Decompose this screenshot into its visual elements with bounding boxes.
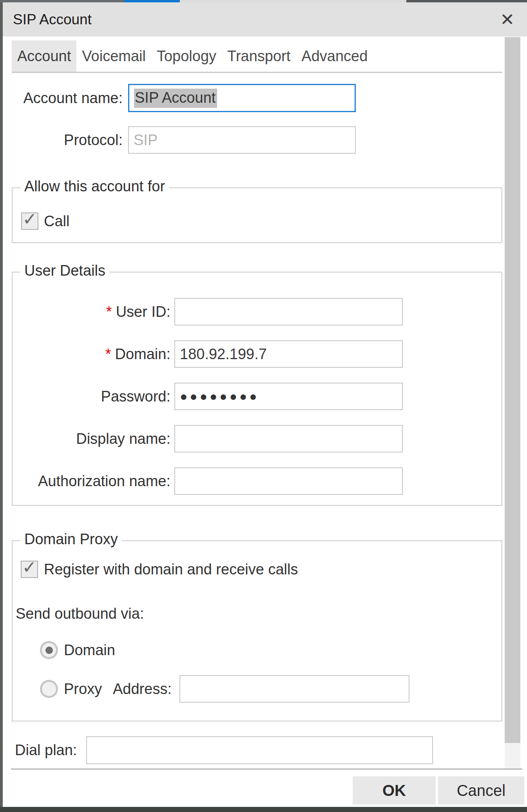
- domain-input[interactable]: 180.92.199.7: [174, 340, 403, 368]
- dial-plan-input[interactable]: [86, 736, 433, 764]
- tab-strip: Account Voicemail Topology Transport Adv…: [12, 40, 502, 73]
- radio-proxy[interactable]: [40, 680, 58, 698]
- register-checkbox-label: Register with domain and receive calls: [44, 561, 298, 578]
- protocol-input: SIP: [128, 126, 356, 154]
- close-icon[interactable]: ✕: [500, 2, 514, 36]
- sip-account-dialog: SIP Account ✕ Account Voicemail Topology…: [0, 0, 527, 812]
- allow-groupbox: Allow this account for: [12, 187, 502, 243]
- protocol-value: SIP: [134, 132, 158, 149]
- user-details-legend: User Details: [20, 262, 109, 279]
- account-name-selected-text: SIP Account: [134, 89, 217, 108]
- left-window-edge: [0, 2, 3, 807]
- send-outbound-label: Send outbound via:: [16, 605, 144, 623]
- radio-domain-label: Domain: [64, 641, 115, 659]
- tab-account[interactable]: Account: [12, 40, 76, 72]
- required-asterisk: *: [105, 346, 111, 363]
- radio-proxy-label: Proxy: [64, 680, 102, 698]
- required-asterisk: *: [106, 303, 112, 320]
- account-name-input[interactable]: SIP Account: [128, 84, 356, 112]
- password-masked-value: ●●●●●●●●: [180, 389, 259, 404]
- allow-groupbox-legend: Allow this account for: [20, 178, 169, 195]
- dial-plan-label: Dial plan:: [15, 736, 77, 764]
- protocol-label: Protocol:: [12, 126, 123, 154]
- dialog-title: SIP Account: [13, 11, 92, 28]
- radio-domain[interactable]: [40, 641, 58, 659]
- dialog-titlebar: SIP Account ✕: [3, 2, 527, 36]
- account-name-label: Account name:: [12, 84, 123, 112]
- user-id-input[interactable]: [174, 298, 403, 325]
- scrollbar-thumb[interactable]: [505, 37, 520, 743]
- tab-voicemail[interactable]: Voicemail: [76, 40, 151, 72]
- password-label: Password:: [16, 383, 170, 410]
- register-checkbox[interactable]: ✓: [21, 561, 38, 578]
- proxy-address-input[interactable]: [179, 675, 409, 703]
- password-input[interactable]: ●●●●●●●●: [174, 383, 403, 410]
- radio-dot: [45, 647, 53, 654]
- proxy-address-label: Address:: [113, 680, 172, 698]
- check-icon: ✓: [23, 211, 37, 228]
- ok-button[interactable]: OK: [353, 776, 436, 805]
- footer-separator: [11, 768, 522, 770]
- check-icon: ✓: [22, 559, 37, 576]
- tab-topology[interactable]: Topology: [151, 40, 222, 72]
- tab-advanced[interactable]: Advanced: [296, 40, 373, 72]
- user-id-label: * User ID:: [16, 298, 170, 325]
- domain-label: * Domain:: [16, 340, 170, 368]
- bottom-window-edge: [0, 807, 527, 812]
- cancel-button[interactable]: Cancel: [438, 776, 524, 805]
- call-checkbox[interactable]: ✓: [21, 213, 38, 230]
- display-name-label: Display name:: [16, 425, 170, 452]
- authorization-name-label: Authorization name:: [16, 467, 170, 495]
- tab-transport[interactable]: Transport: [222, 40, 296, 72]
- display-name-input[interactable]: [174, 425, 403, 452]
- call-checkbox-label: Call: [44, 213, 69, 230]
- domain-proxy-legend: Domain Proxy: [20, 531, 122, 548]
- authorization-name-input[interactable]: [174, 467, 403, 495]
